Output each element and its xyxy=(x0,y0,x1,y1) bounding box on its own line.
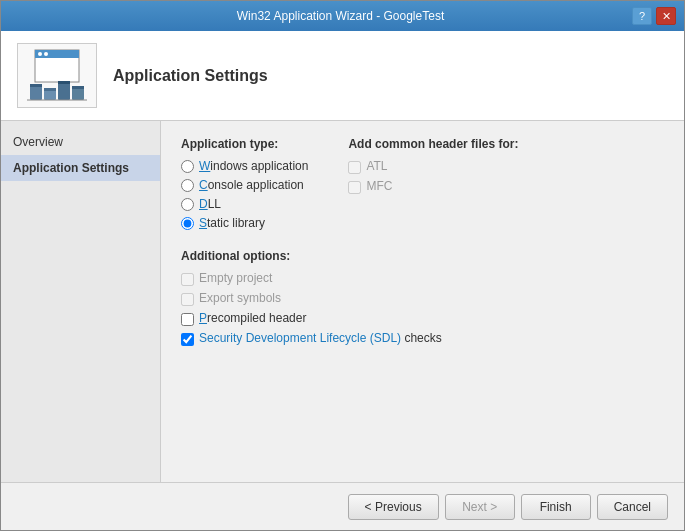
cancel-button[interactable]: Cancel xyxy=(597,494,668,520)
radio-windows-application[interactable]: Windows application xyxy=(181,159,308,173)
main-panel: Overview Application Settings Applicatio… xyxy=(1,121,684,482)
svg-rect-9 xyxy=(58,81,70,84)
radio-static-library[interactable]: Static library xyxy=(181,216,308,230)
additional-options-label: Additional options: xyxy=(181,249,664,263)
svg-rect-5 xyxy=(30,84,42,87)
page-title: Application Settings xyxy=(113,67,268,85)
checkbox-mfc[interactable]: MFC xyxy=(348,179,518,194)
additional-options-section: Additional options: Empty project Export… xyxy=(181,249,664,346)
previous-button[interactable]: < Previous xyxy=(348,494,439,520)
titlebar-title: Win32 Application Wizard - GoogleTest xyxy=(49,9,632,23)
finish-button[interactable]: Finish xyxy=(521,494,591,520)
checkbox-empty-project[interactable]: Empty project xyxy=(181,271,664,286)
application-type-label: Application type: xyxy=(181,137,308,151)
svg-point-3 xyxy=(44,52,48,56)
application-type-column: Application type: Windows application Co… xyxy=(181,137,308,235)
help-button[interactable]: ? xyxy=(632,7,652,25)
two-column-layout: Application type: Windows application Co… xyxy=(181,137,664,235)
svg-rect-11 xyxy=(72,86,84,89)
common-headers-label: Add common header files for: xyxy=(348,137,518,151)
content-area: Application Settings Overview Applicatio… xyxy=(1,31,684,530)
titlebar: Win32 Application Wizard - GoogleTest ? … xyxy=(1,1,684,31)
checkbox-atl[interactable]: ATL xyxy=(348,159,518,174)
settings-panel: Application type: Windows application Co… xyxy=(161,121,684,482)
radio-console-application[interactable]: Console application xyxy=(181,178,308,192)
radio-dll[interactable]: DLL xyxy=(181,197,308,211)
sidebar-item-overview[interactable]: Overview xyxy=(1,129,160,155)
dialog-window: Win32 Application Wizard - GoogleTest ? … xyxy=(0,0,685,531)
header-panel: Application Settings xyxy=(1,31,684,121)
checkbox-precompiled-header[interactable]: Precompiled header xyxy=(181,311,664,326)
sidebar-item-application-settings[interactable]: Application Settings xyxy=(1,155,160,181)
next-button[interactable]: Next > xyxy=(445,494,515,520)
checkbox-sdl-checks[interactable]: Security Development Lifecycle (SDL) che… xyxy=(181,331,664,346)
header-icon xyxy=(17,43,97,108)
common-headers-column: Add common header files for: ATL MFC xyxy=(348,137,518,235)
sidebar: Overview Application Settings xyxy=(1,121,161,482)
footer: < Previous Next > Finish Cancel xyxy=(1,482,684,530)
svg-point-2 xyxy=(38,52,42,56)
titlebar-controls: ? ✕ xyxy=(632,7,676,25)
close-button[interactable]: ✕ xyxy=(656,7,676,25)
checkbox-export-symbols[interactable]: Export symbols xyxy=(181,291,664,306)
svg-rect-7 xyxy=(44,88,56,91)
